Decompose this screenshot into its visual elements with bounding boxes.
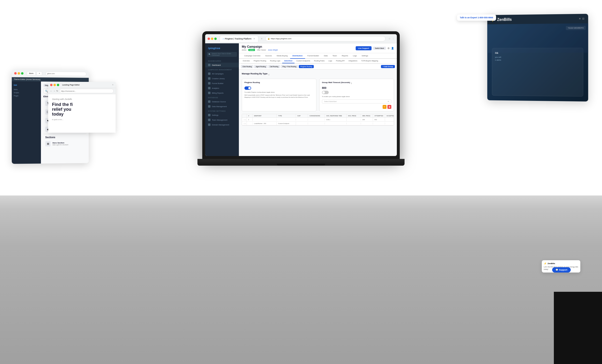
- click-routing-tab[interactable]: Click Routing: [241, 65, 253, 68]
- plugin-item[interactable]: Plugin: [12, 94, 41, 97]
- sidebar-settings-label: Settings: [212, 114, 218, 116]
- expert-cta-banner[interactable]: Talk to an Expert 1-800-555-8866: [457, 14, 496, 21]
- sub-tab-overview[interactable]: Overview: [241, 59, 252, 63]
- minimize-dot[interactable]: [18, 72, 20, 75]
- main-browser-dots: [208, 38, 217, 40]
- support-button[interactable]: 💬 Support: [552, 267, 571, 273]
- sidebar-search-bar[interactable]: 🔍 Search Your Tree or Enter Command: [207, 52, 237, 57]
- tab-funnel-builder[interactable]: Funnel Builder: [305, 53, 322, 59]
- sidebar-data-management-label: Data Management: [212, 106, 227, 107]
- zenbills-panel: ⚡ ZenBills ✕ ⊡ TEAM MEMBERS ns you willn…: [487, 14, 588, 101]
- zenbills-avatar-area: [487, 23, 588, 53]
- main-close-dot[interactable]: [208, 38, 210, 40]
- sidebar-item-settings[interactable]: Settings: [205, 113, 239, 118]
- campaign-title: My Campaign: [242, 45, 262, 48]
- pingtree-routing-tab[interactable]: Pingtree Routing: [299, 65, 314, 68]
- sub-tab-advertiser[interactable]: Advertiser: [282, 59, 294, 63]
- tab-campaign-overview[interactable]: Campaign Overview: [242, 53, 263, 59]
- sidebar-item-team-mgmt[interactable]: Team Management: [205, 118, 239, 122]
- sub-tab-logs[interactable]: Logs: [326, 59, 334, 63]
- sidebar-item-analytics[interactable]: Analytics: [205, 86, 239, 91]
- sub-tab-integrations[interactable]: Integrations: [346, 59, 359, 63]
- delete-icon[interactable]: 🗑: [387, 105, 391, 109]
- main-nav-tabs: Campaign Overview Sources Media Buying D…: [239, 53, 397, 59]
- tab-team[interactable]: Team: [330, 53, 339, 59]
- laptop-screen-outer: // Pingtree | Tracking Platform ✕ + 🔒 ht…: [202, 31, 400, 159]
- main-address-bar[interactable]: 🔒 https://app.pingtree.com: [265, 36, 386, 41]
- sync-routing-toggle[interactable]: [322, 91, 329, 94]
- zenbills-close-icon[interactable]: ✕: [579, 17, 581, 20]
- sidebar-item-billing-reports[interactable]: Billing Reports: [205, 91, 239, 95]
- lp-max-dot[interactable]: [57, 84, 59, 86]
- header-user-icon[interactable]: 👤: [391, 47, 394, 50]
- new-tab-btn[interactable]: +: [37, 71, 42, 75]
- sidebar-item-data-management[interactable]: Data Management: [205, 104, 239, 109]
- add-group-btn[interactable]: + Add Group: [381, 65, 395, 68]
- tab-reports[interactable]: Reports: [339, 53, 350, 59]
- address-bar[interactable]: gtree.com: [45, 71, 86, 76]
- bookmark-icon[interactable]: ☆: [388, 37, 391, 40]
- meta-item[interactable]: Meta: [12, 88, 41, 91]
- tab-data[interactable]: Data: [322, 53, 330, 59]
- edit-text: Edit: [14, 84, 39, 86]
- pingtree-routing-toggle[interactable]: [244, 86, 251, 90]
- close-dot[interactable]: [14, 72, 17, 75]
- agent-routing-tab[interactable]: Agent Routing: [254, 65, 267, 68]
- tform-tab[interactable]: tform: [27, 71, 36, 75]
- landing-editor-close-icon[interactable]: ✕: [112, 84, 114, 86]
- sub-tab-tcpa[interactable]: TCPA Buyers Mapping: [359, 59, 380, 63]
- group-wait-header: Group Wait Timeout (Seconds) ℹ: [322, 81, 391, 85]
- dashboard-icon: [208, 64, 210, 66]
- tab-close-icon[interactable]: ✕: [253, 38, 255, 40]
- tab-settings[interactable]: Settings: [359, 53, 371, 59]
- row2-avg-price: [346, 123, 361, 124]
- sidebar-item-creative-library[interactable]: Creative Library: [205, 76, 239, 81]
- main-min-dot[interactable]: [211, 38, 213, 40]
- more-options-icon[interactable]: ⋮: [392, 37, 394, 40]
- lp-line2: relief you: [52, 107, 71, 112]
- hero-section-desc: Add a grid for structure: [53, 144, 68, 146]
- scripts-item[interactable]: Scripts: [12, 91, 41, 94]
- zenbills-minimize-icon[interactable]: ⊡: [582, 17, 584, 20]
- new-tab-icon[interactable]: +: [261, 37, 262, 41]
- sub-tab-custom-endpoints[interactable]: Custom Endpoints: [294, 59, 312, 63]
- data-management-icon: [208, 105, 210, 107]
- landing-forward-icon[interactable]: →: [53, 90, 55, 92]
- tab-sources[interactable]: Sources: [263, 53, 275, 59]
- main-browser-tab[interactable]: // Pingtree | Tracking Platform ✕: [220, 36, 258, 42]
- sidebar-item-all-campaigns[interactable]: All Campaigns: [205, 71, 239, 76]
- landing-refresh-icon[interactable]: ↻: [56, 90, 58, 92]
- lp-close-dot[interactable]: [50, 84, 53, 86]
- call-routing-tab[interactable]: Call Routing: [268, 65, 280, 68]
- edit-icon[interactable]: ✏: [383, 105, 387, 109]
- sub-tab-routing-rules[interactable]: Routing Rules: [312, 59, 326, 63]
- pingtree-routing-desc: To enable Pingtree routing please toggle…: [244, 91, 314, 98]
- app-header: My Campaign Active Active Offer Owner Jo…: [239, 43, 397, 53]
- main-max-dot[interactable]: [214, 38, 217, 40]
- header-settings-icon[interactable]: ⚙: [387, 47, 390, 50]
- ping-post-routing-tab[interactable]: Ping + Post Routing: [281, 65, 298, 68]
- live-support-btn[interactable]: Live Support: [356, 46, 372, 50]
- lp-min-dot[interactable]: [54, 84, 56, 86]
- sub-tab-routing-logic[interactable]: Routing Logic: [268, 59, 282, 63]
- laptop-base: [197, 159, 405, 166]
- advertiser-select-container: Select Advertiser ▼: [322, 99, 391, 104]
- sidebar-item-dashboard[interactable]: Dashboard: [205, 63, 239, 67]
- landing-back-icon[interactable]: ←: [50, 90, 52, 92]
- maximize-dot[interactable]: [21, 72, 23, 75]
- landing-editor-address-bar[interactable]: https://homeservic...: [59, 89, 114, 93]
- tab-media-buying[interactable]: Media Buying: [274, 53, 290, 59]
- zenbills-logo-text: ZenBills: [497, 17, 512, 22]
- sidebar-item-funnel-builder[interactable]: Funnel Builder: [205, 81, 239, 86]
- sidebar-item-domain-mgmt[interactable]: Domain Management: [205, 122, 239, 127]
- advertiser-select[interactable]: Select Advertiser ▼: [322, 99, 391, 104]
- sub-tab-posting-api[interactable]: Posting API: [334, 59, 346, 63]
- tab-distribution[interactable]: Distribution: [290, 53, 305, 59]
- switch-back-btn[interactable]: Switch Back: [373, 47, 386, 50]
- tab-logs[interactable]: Logs: [350, 53, 359, 59]
- owner-name[interactable]: Jones Wright: [268, 49, 278, 51]
- hero-section-element[interactable]: ⊞ Hero Section Add a grid for structure: [43, 139, 86, 148]
- secure-lock-icon: 🔒: [268, 38, 270, 40]
- sidebar-item-database-source[interactable]: Database Source: [205, 99, 239, 104]
- sub-tab-pingtree-routing[interactable]: Pingtree Routing: [252, 59, 268, 63]
